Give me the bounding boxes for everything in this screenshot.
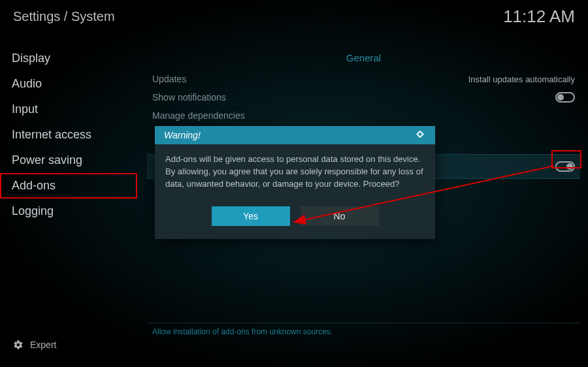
warning-dialog: Warning! Add-ons will be given access to…	[155, 126, 435, 239]
sidebar-item-display[interactable]: Display	[0, 46, 137, 71]
kodi-logo-icon	[414, 129, 426, 141]
setting-hint: Allow installation of add-ons from unkno…	[147, 323, 580, 340]
setting-label: Show notifications	[152, 92, 226, 103]
sidebar-item-audio[interactable]: Audio	[0, 71, 137, 97]
dialog-header: Warning!	[155, 126, 435, 144]
gear-icon	[13, 340, 24, 350]
settings-level-toggle[interactable]: Expert	[13, 340, 56, 350]
sidebar-item-logging[interactable]: Logging	[0, 199, 137, 224]
setting-label: Manage dependencies	[152, 110, 245, 121]
setting-manage-dependencies[interactable]: Manage dependencies	[147, 106, 580, 125]
settings-level-label: Expert	[30, 340, 56, 350]
settings-sidebar: Display Audio Input Internet access Powe…	[0, 46, 137, 224]
header-bar: Settings / System 11:12 AM	[0, 0, 588, 33]
setting-show-notifications[interactable]: Show notifications	[147, 88, 580, 106]
no-button[interactable]: No	[301, 206, 379, 226]
sidebar-item-internet-access[interactable]: Internet access	[0, 122, 137, 148]
setting-label: Updates	[152, 74, 186, 84]
sidebar-item-add-ons[interactable]: Add-ons	[0, 173, 137, 199]
annotation-highlight-toggle	[553, 152, 580, 167]
setting-updates[interactable]: Updates Install updates automatically	[147, 70, 580, 88]
dialog-body-text: Add-ons will be given access to personal…	[155, 144, 435, 196]
toggle-icon	[555, 92, 575, 103]
setting-value: Install updates automatically	[468, 74, 575, 84]
dialog-button-row: Yes No	[155, 196, 435, 239]
dialog-title: Warning!	[164, 130, 201, 140]
breadcrumb: Settings / System	[13, 9, 115, 24]
yes-button[interactable]: Yes	[212, 206, 290, 226]
sidebar-item-power-saving[interactable]: Power saving	[0, 148, 137, 173]
section-title: General	[147, 52, 580, 63]
clock: 11:12 AM	[503, 7, 575, 27]
sidebar-item-input[interactable]: Input	[0, 97, 137, 122]
